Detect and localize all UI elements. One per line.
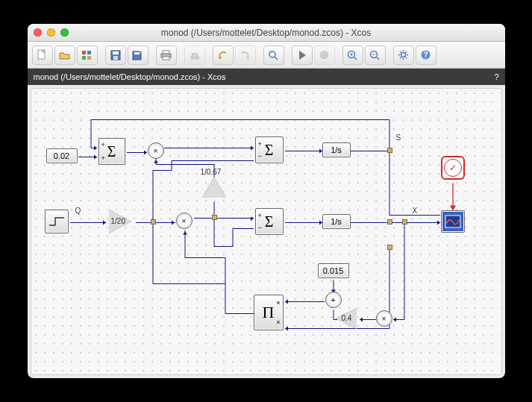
node-port xyxy=(151,219,156,224)
minimize-icon[interactable] xyxy=(47,28,55,37)
svg-marker-21 xyxy=(299,51,306,60)
svg-line-24 xyxy=(354,57,357,60)
save-as-icon[interactable] xyxy=(128,45,148,65)
svg-text:?: ? xyxy=(423,51,428,59)
product-block[interactable]: × xyxy=(148,142,164,159)
svg-marker-16 xyxy=(218,57,222,60)
signal-label-s: S xyxy=(395,134,402,142)
zoom-icon[interactable] xyxy=(60,28,69,37)
constant-block-0.02[interactable]: 0.02 xyxy=(46,148,78,163)
undo-icon[interactable] xyxy=(213,45,234,65)
blocks-icon[interactable] xyxy=(77,45,98,65)
open-icon[interactable] xyxy=(54,45,75,65)
diagram-canvas[interactable]: 0.02 Σ + + × Σ + − 1/s 1/20 × 1/0.67 Σ xyxy=(31,88,502,375)
save-icon[interactable] xyxy=(105,45,126,65)
svg-line-38 xyxy=(406,51,407,53)
signal-label-x: X xyxy=(412,207,419,215)
svg-rect-4 xyxy=(87,56,91,60)
sum-round-block[interactable]: + xyxy=(325,292,342,308)
stop-icon[interactable] xyxy=(314,45,335,65)
svg-rect-3 xyxy=(82,56,86,60)
node-port xyxy=(212,215,217,220)
step-icon xyxy=(48,216,65,227)
svg-line-36 xyxy=(406,57,407,59)
svg-rect-15 xyxy=(192,53,198,55)
app-window: monod (/Users/mottelet/Desktop/monod.zco… xyxy=(28,24,505,378)
zoom-out-icon[interactable] xyxy=(365,45,386,65)
window-controls[interactable] xyxy=(34,28,69,37)
gain-label: 0.4 xyxy=(342,314,352,322)
node-port xyxy=(402,219,407,224)
svg-line-28 xyxy=(377,57,379,60)
gain-label: 1/20 xyxy=(111,217,125,225)
svg-rect-6 xyxy=(113,51,119,54)
integrator-label: 1/s xyxy=(331,145,342,154)
scope-block[interactable] xyxy=(441,210,465,233)
sigma-icon: Σ xyxy=(265,213,274,230)
bigsum-block[interactable]: Σ + + xyxy=(98,138,125,165)
bigprod-block[interactable]: Π × × xyxy=(254,295,284,330)
svg-point-13 xyxy=(190,55,195,60)
svg-marker-17 xyxy=(246,57,250,60)
pi-icon: Π xyxy=(263,303,275,322)
unknown-disabled-icon[interactable] xyxy=(184,45,205,65)
step-block[interactable] xyxy=(45,210,69,233)
sum-block-mid[interactable]: Σ + − xyxy=(255,208,284,235)
settings-icon[interactable] xyxy=(393,45,414,65)
window-title: monod (/Users/mottelet/Desktop/monod.zco… xyxy=(34,28,499,38)
zoom-in-icon[interactable] xyxy=(342,45,363,65)
sigma-icon: Σ xyxy=(265,142,274,159)
run-icon[interactable] xyxy=(292,45,313,65)
product-block[interactable]: × xyxy=(176,213,193,229)
svg-rect-1 xyxy=(82,51,86,54)
constant-value: 0.02 xyxy=(54,151,69,160)
tab-title[interactable]: monod (/Users/mottelet/Desktop/monod.zco… xyxy=(34,72,226,81)
scope-icon xyxy=(445,215,461,228)
node-port xyxy=(387,245,392,250)
integrator-block-top[interactable]: 1/s xyxy=(322,142,351,157)
svg-point-30 xyxy=(401,53,406,57)
zoom-fit-icon[interactable] xyxy=(263,45,284,65)
new-file-icon[interactable] xyxy=(32,45,53,65)
gain-block-1-067[interactable] xyxy=(202,177,226,198)
signal-label-q: Q xyxy=(75,207,82,215)
gain-label: 1/0.67 xyxy=(201,168,222,176)
product-block[interactable]: × xyxy=(376,310,392,327)
print-icon[interactable] xyxy=(156,45,177,65)
redo-icon[interactable] xyxy=(235,45,256,65)
node-port xyxy=(387,148,392,153)
svg-rect-9 xyxy=(134,52,140,54)
svg-rect-20 xyxy=(269,51,271,53)
titlebar[interactable]: monod (/Users/mottelet/Desktop/monod.zco… xyxy=(28,24,505,42)
svg-rect-7 xyxy=(113,56,118,60)
svg-line-37 xyxy=(400,57,401,59)
toolbar: ? xyxy=(28,42,505,69)
sigma-icon: Σ xyxy=(107,143,116,160)
svg-rect-10 xyxy=(163,51,169,54)
help-icon[interactable]: ? xyxy=(416,45,436,65)
constant-block-0.015[interactable]: 0.015 xyxy=(318,263,349,278)
node-port xyxy=(387,219,392,224)
constant-value: 0.015 xyxy=(323,266,344,275)
svg-point-14 xyxy=(195,55,199,60)
clock-block[interactable] xyxy=(441,156,465,180)
tab-help-marker[interactable]: ? xyxy=(494,72,498,81)
svg-line-35 xyxy=(400,51,401,53)
close-icon[interactable] xyxy=(34,28,42,37)
sum-block-top[interactable]: Σ + − xyxy=(255,136,284,163)
svg-line-19 xyxy=(275,57,278,60)
integrator-block-mid[interactable]: 1/s xyxy=(322,214,351,229)
svg-rect-2 xyxy=(87,51,91,54)
svg-rect-12 xyxy=(163,57,169,60)
tab-bar[interactable]: monod (/Users/mottelet/Desktop/monod.zco… xyxy=(28,69,505,85)
integrator-label: 1/s xyxy=(331,217,342,226)
svg-marker-22 xyxy=(320,51,328,59)
